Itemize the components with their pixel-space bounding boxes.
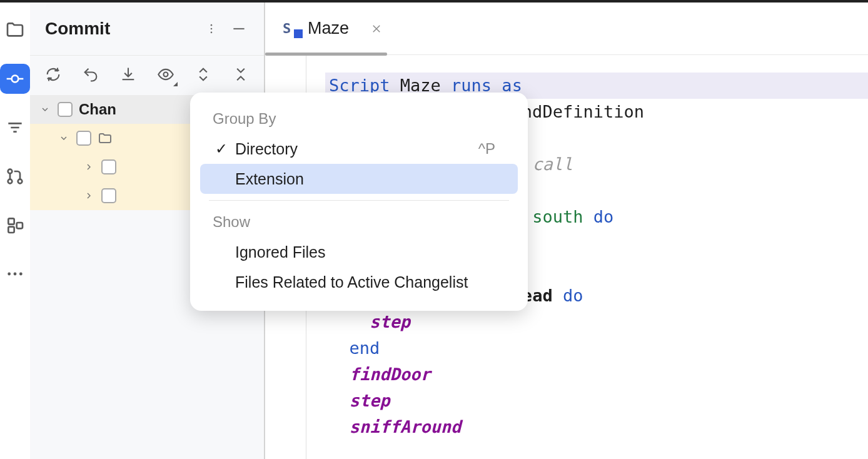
file-type-icon xyxy=(283,21,299,37)
svg-rect-6 xyxy=(17,223,23,228)
structure-tool-button[interactable] xyxy=(0,210,30,240)
show-ignored-files-item[interactable]: Ignored Files xyxy=(200,237,518,267)
project-tool-button[interactable] xyxy=(0,15,30,45)
commit-toolbar xyxy=(30,55,264,93)
collapse-all-button[interactable] xyxy=(230,64,251,85)
svg-point-8 xyxy=(14,273,17,276)
svg-point-1 xyxy=(8,169,13,174)
popup-item-label: Files Related to Active Changelist xyxy=(235,273,495,291)
popup-item-label: Ignored Files xyxy=(235,243,495,261)
view-options-popup: Group By ✓ Directory ^P Extension Show I… xyxy=(190,93,528,311)
pull-request-tool-button[interactable] xyxy=(0,161,30,191)
download-icon xyxy=(119,66,137,83)
node-checkbox[interactable] xyxy=(101,159,116,174)
popup-item-label: Directory xyxy=(235,140,478,158)
kebab-icon xyxy=(205,23,218,35)
collapse-icon xyxy=(232,66,250,83)
node-checkbox[interactable] xyxy=(101,188,116,203)
svg-point-9 xyxy=(19,273,23,276)
editor-tab-label[interactable]: Maze xyxy=(308,19,349,38)
changelist-checkbox[interactable] xyxy=(58,102,73,117)
commit-header: Commit xyxy=(30,3,264,55)
more-icon xyxy=(5,264,25,284)
popup-section-label: Show xyxy=(190,207,528,237)
tab-underline xyxy=(265,53,387,56)
panel-menu-button[interactable] xyxy=(201,19,221,39)
group-by-directory-item[interactable]: ✓ Directory ^P xyxy=(200,134,518,164)
svg-rect-5 xyxy=(8,227,14,233)
commit-panel: Commit Chan xyxy=(30,3,265,459)
svg-point-13 xyxy=(164,72,168,76)
commit-panel-title: Commit xyxy=(45,19,194,39)
folder-checkbox[interactable] xyxy=(76,131,91,146)
editor-tab-bar: Maze xyxy=(265,3,868,55)
popup-section-label: Group By xyxy=(190,104,528,134)
svg-point-3 xyxy=(18,179,23,184)
activity-bar xyxy=(0,3,30,459)
undo-icon xyxy=(82,66,99,83)
svg-point-10 xyxy=(211,24,213,26)
expand-all-button[interactable] xyxy=(193,64,214,85)
group-by-extension-item[interactable]: Extension xyxy=(200,164,518,194)
refresh-icon xyxy=(44,66,62,83)
svg-point-12 xyxy=(211,32,213,34)
svg-point-11 xyxy=(211,28,213,30)
pullrequest-icon xyxy=(5,166,25,186)
check-icon: ✓ xyxy=(213,140,230,158)
more-tool-button[interactable] xyxy=(0,259,30,289)
svg-rect-4 xyxy=(8,218,14,224)
chevron-down-icon[interactable] xyxy=(58,132,70,144)
chevron-down-icon[interactable] xyxy=(39,103,51,116)
chevron-right-icon[interactable] xyxy=(83,189,95,202)
popup-item-shortcut: ^P xyxy=(478,140,495,158)
structure-icon xyxy=(5,215,25,235)
folder-icon xyxy=(5,20,25,40)
close-icon xyxy=(371,23,382,34)
svg-point-2 xyxy=(8,179,13,184)
panel-minimize-button[interactable] xyxy=(229,19,249,39)
refresh-button[interactable] xyxy=(43,64,64,85)
filter-icon xyxy=(5,118,25,138)
folder-icon xyxy=(98,131,113,146)
changelist-label: Chan xyxy=(79,101,116,118)
svg-point-0 xyxy=(12,76,19,83)
commit-tool-button[interactable] xyxy=(0,64,30,94)
svg-point-7 xyxy=(8,273,11,276)
popup-item-label: Extension xyxy=(235,170,495,188)
view-options-button[interactable] xyxy=(155,64,176,85)
expand-icon xyxy=(194,66,212,83)
shelve-button[interactable] xyxy=(118,64,139,85)
minimize-icon xyxy=(231,21,247,37)
tab-close-button[interactable] xyxy=(369,21,384,36)
eye-icon xyxy=(157,66,174,83)
rollback-button[interactable] xyxy=(80,64,101,85)
filter-tool-button[interactable] xyxy=(0,113,30,143)
show-files-related-item[interactable]: Files Related to Active Changelist xyxy=(200,267,518,297)
popup-divider xyxy=(209,200,509,201)
chevron-right-icon[interactable] xyxy=(83,161,95,173)
commit-icon xyxy=(5,69,25,89)
